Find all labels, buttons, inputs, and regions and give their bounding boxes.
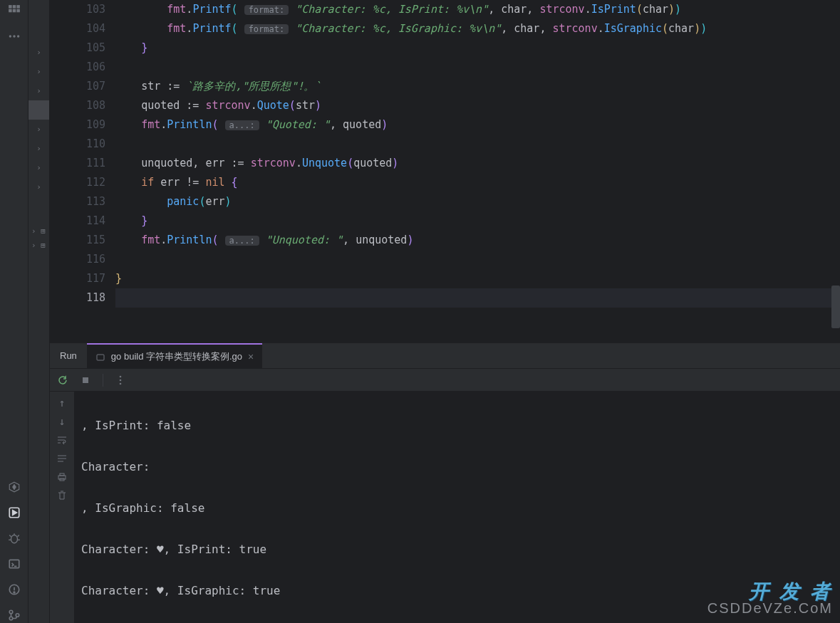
rerun-icon[interactable] <box>57 375 68 386</box>
terminal-icon[interactable] <box>6 556 22 572</box>
line-number: 115 <box>50 231 105 250</box>
run-tabs: Run go build 字符串类型转换案例.go × <box>50 343 840 369</box>
line-number: 106 <box>50 58 105 77</box>
svg-point-7 <box>13 35 15 37</box>
print-icon[interactable] <box>56 471 68 483</box>
profiler-icon[interactable] <box>6 479 22 495</box>
line-number: 105 <box>50 38 105 58</box>
svg-rect-3 <box>9 9 12 13</box>
svg-rect-31 <box>60 473 64 476</box>
line-number: 114 <box>50 211 105 231</box>
run-toolbar <box>50 369 840 392</box>
svg-point-24 <box>16 614 19 617</box>
bottom-panel: Run go build 字符串类型转换案例.go × ↑ ↓ <box>50 342 840 623</box>
svg-point-8 <box>16 35 19 37</box>
line-number: 117 <box>50 269 105 288</box>
svg-rect-0 <box>9 5 12 9</box>
line-number: 108 <box>50 96 105 115</box>
svg-rect-4 <box>12 9 16 13</box>
stop-icon[interactable] <box>80 375 91 386</box>
svg-line-15 <box>17 535 19 537</box>
svg-point-21 <box>14 592 15 593</box>
editor[interactable]: 103 104 105 106 107 108 109 110 111 112 … <box>50 0 840 342</box>
svg-marker-10 <box>12 485 16 490</box>
more-icon[interactable] <box>6 28 22 44</box>
line-number: 103 <box>50 0 105 19</box>
line-number: 113 <box>50 192 105 211</box>
line-number: 107 <box>50 77 105 96</box>
svg-point-28 <box>120 379 122 381</box>
run-label[interactable]: Run <box>50 350 87 361</box>
minimap[interactable] <box>831 0 840 342</box>
svg-rect-5 <box>16 9 20 13</box>
run-icon[interactable] <box>6 505 22 520</box>
debug-icon[interactable] <box>6 530 22 546</box>
svg-rect-1 <box>12 5 16 9</box>
run-config-tab[interactable]: go build 字符串类型转换案例.go × <box>87 343 262 369</box>
svg-point-22 <box>9 610 13 614</box>
svg-rect-26 <box>83 377 88 383</box>
console-line: , IsPrint: false <box>81 415 833 436</box>
watermark: CSDDeVZe.CoM <box>707 598 833 619</box>
console-line: Character: ♥, IsPrint: true <box>81 539 833 560</box>
line-number: 104 <box>50 19 105 38</box>
scroll-to-end-icon[interactable] <box>56 453 68 464</box>
line-number: 109 <box>50 115 105 135</box>
console-output[interactable]: , IsPrint: false Character: , IsGraphic:… <box>74 392 840 623</box>
svg-point-23 <box>9 617 13 620</box>
tab-title: go build 字符串类型转换案例.go <box>111 350 242 363</box>
code-area[interactable]: fmt.Printf( format: "Character: %c, IsPr… <box>115 0 840 342</box>
project-tree-strip[interactable]: › › › › › › › › ⊞ › ⊞ <box>28 0 50 623</box>
more-actions-icon[interactable] <box>115 375 126 386</box>
line-number: 118 <box>50 288 105 308</box>
svg-rect-2 <box>16 5 20 9</box>
line-number: 111 <box>50 154 105 173</box>
apps-icon[interactable] <box>6 3 22 19</box>
gutter: 103 104 105 106 107 108 109 110 111 112 … <box>50 0 115 342</box>
console-line: Character: <box>81 456 833 477</box>
line-number: 110 <box>50 135 105 154</box>
vcs-icon[interactable] <box>6 607 22 623</box>
close-icon[interactable]: × <box>248 351 254 362</box>
svg-point-6 <box>9 35 11 37</box>
trash-icon[interactable] <box>56 490 68 501</box>
svg-line-14 <box>9 535 11 537</box>
console-side-toolbar: ↑ ↓ <box>50 392 74 623</box>
problems-icon[interactable] <box>6 582 22 597</box>
svg-point-29 <box>120 382 122 384</box>
scroll-down-icon[interactable]: ↓ <box>56 416 68 427</box>
soft-wrap-icon[interactable] <box>56 434 68 446</box>
console-line: , IsGraphic: false <box>81 498 833 518</box>
svg-point-27 <box>120 375 122 377</box>
svg-point-12 <box>11 535 17 543</box>
left-tool-strip <box>0 0 28 623</box>
scroll-up-icon[interactable]: ↑ <box>56 397 68 409</box>
line-number: 112 <box>50 173 105 192</box>
line-number: 116 <box>50 250 105 269</box>
go-icon <box>95 352 105 362</box>
svg-rect-25 <box>97 355 104 360</box>
